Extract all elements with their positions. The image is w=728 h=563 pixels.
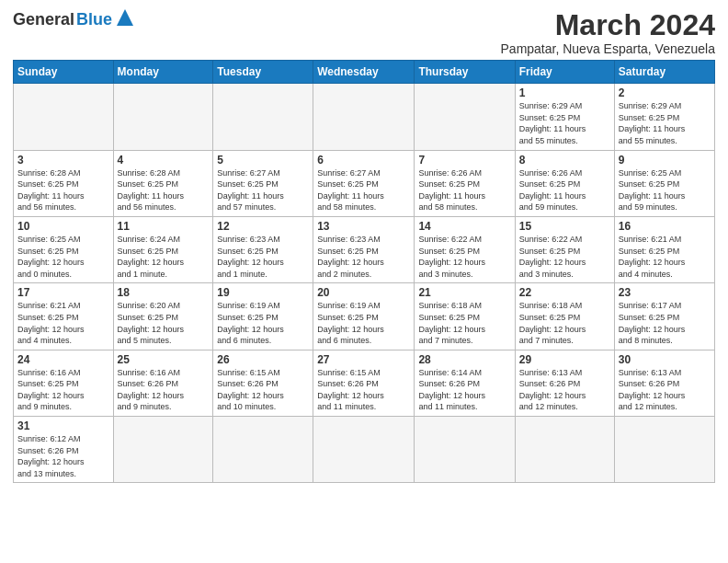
weekday-header: Tuesday [213,61,313,84]
day-number: 20 [317,286,410,299]
calendar-week-row: 10Sunrise: 6:25 AM Sunset: 6:25 PM Dayli… [14,216,715,282]
title-area: March 2024 Pampatar, Nueva Esparta, Vene… [501,9,715,56]
calendar-day-cell [213,84,313,150]
logo-triangle-icon [117,9,133,29]
header: General Blue March 2024 Pampatar, Nueva … [13,9,715,56]
day-info: Sunrise: 6:16 AM Sunset: 6:25 PM Dayligh… [17,367,109,413]
calendar-day-cell: 3Sunrise: 6:28 AM Sunset: 6:25 PM Daylig… [14,150,114,216]
day-info: Sunrise: 6:29 AM Sunset: 6:25 PM Dayligh… [519,100,610,146]
logo: General Blue [13,9,133,29]
day-number: 28 [418,353,510,366]
calendar-day-cell [515,417,614,483]
calendar-day-cell: 26Sunrise: 6:15 AM Sunset: 6:26 PM Dayli… [213,350,313,416]
day-number: 9 [619,154,711,167]
day-number: 23 [619,286,711,299]
calendar-day-cell [113,84,213,150]
day-number: 1 [519,86,610,99]
day-info: Sunrise: 6:29 AM Sunset: 6:25 PM Dayligh… [619,100,711,146]
weekday-header: Sunday [14,61,114,84]
calendar-day-cell [313,84,415,150]
calendar-week-row: 3Sunrise: 6:28 AM Sunset: 6:25 PM Daylig… [14,150,715,216]
calendar-day-cell: 17Sunrise: 6:21 AM Sunset: 6:25 PM Dayli… [14,283,114,350]
logo-text-general: General [13,10,74,29]
calendar-day-cell: 27Sunrise: 6:15 AM Sunset: 6:26 PM Dayli… [313,350,415,416]
day-info: Sunrise: 6:23 AM Sunset: 6:25 PM Dayligh… [317,234,410,280]
calendar-week-row: 1Sunrise: 6:29 AM Sunset: 6:25 PM Daylig… [14,84,715,150]
calendar-day-cell: 30Sunrise: 6:13 AM Sunset: 6:26 PM Dayli… [614,350,714,416]
day-info: Sunrise: 6:25 AM Sunset: 6:25 PM Dayligh… [17,234,109,280]
day-info: Sunrise: 6:13 AM Sunset: 6:26 PM Dayligh… [519,367,610,413]
weekday-header: Saturday [614,61,714,84]
day-number: 22 [519,286,610,299]
calendar-day-cell: 24Sunrise: 6:16 AM Sunset: 6:25 PM Dayli… [14,350,114,416]
calendar-header-row: SundayMondayTuesdayWednesdayThursdayFrid… [14,61,715,84]
calendar-day-cell: 12Sunrise: 6:23 AM Sunset: 6:25 PM Dayli… [213,216,313,282]
calendar-day-cell: 2Sunrise: 6:29 AM Sunset: 6:25 PM Daylig… [614,84,714,150]
calendar-day-cell: 9Sunrise: 6:25 AM Sunset: 6:25 PM Daylig… [614,150,714,216]
day-info: Sunrise: 6:28 AM Sunset: 6:25 PM Dayligh… [17,167,109,213]
calendar-day-cell [313,417,415,483]
weekday-header: Friday [515,61,614,84]
day-number: 14 [418,220,510,233]
day-number: 15 [519,220,610,233]
day-number: 31 [17,419,109,432]
calendar-day-cell: 16Sunrise: 6:21 AM Sunset: 6:25 PM Dayli… [614,216,714,282]
calendar-day-cell: 21Sunrise: 6:18 AM Sunset: 6:25 PM Dayli… [415,283,515,350]
day-info: Sunrise: 6:18 AM Sunset: 6:25 PM Dayligh… [519,300,610,346]
day-number: 10 [17,220,109,233]
day-info: Sunrise: 6:28 AM Sunset: 6:25 PM Dayligh… [118,167,210,213]
day-number: 29 [519,353,610,366]
day-number: 11 [118,220,210,233]
day-info: Sunrise: 6:14 AM Sunset: 6:26 PM Dayligh… [418,367,510,413]
calendar-day-cell: 14Sunrise: 6:22 AM Sunset: 6:25 PM Dayli… [415,216,515,282]
day-number: 3 [17,154,109,167]
day-info: Sunrise: 6:19 AM Sunset: 6:25 PM Dayligh… [217,300,309,346]
day-number: 19 [217,286,309,299]
day-number: 17 [17,286,109,299]
calendar-page: General Blue March 2024 Pampatar, Nueva … [0,0,728,563]
day-info: Sunrise: 6:15 AM Sunset: 6:26 PM Dayligh… [217,367,309,413]
day-info: Sunrise: 6:26 AM Sunset: 6:25 PM Dayligh… [418,167,510,213]
calendar-day-cell: 18Sunrise: 6:20 AM Sunset: 6:25 PM Dayli… [113,283,213,350]
day-number: 25 [118,353,210,366]
day-info: Sunrise: 6:16 AM Sunset: 6:26 PM Dayligh… [118,367,210,413]
day-number: 8 [519,154,610,167]
day-info: Sunrise: 6:15 AM Sunset: 6:26 PM Dayligh… [317,367,410,413]
calendar-day-cell: 6Sunrise: 6:27 AM Sunset: 6:25 PM Daylig… [313,150,415,216]
calendar-day-cell [415,417,515,483]
calendar-day-cell: 25Sunrise: 6:16 AM Sunset: 6:26 PM Dayli… [113,350,213,416]
day-info: Sunrise: 6:22 AM Sunset: 6:25 PM Dayligh… [519,234,610,280]
calendar-week-row: 17Sunrise: 6:21 AM Sunset: 6:25 PM Dayli… [14,283,715,350]
calendar-day-cell: 29Sunrise: 6:13 AM Sunset: 6:26 PM Dayli… [515,350,614,416]
svg-marker-0 [117,9,133,26]
calendar-day-cell: 10Sunrise: 6:25 AM Sunset: 6:25 PM Dayli… [14,216,114,282]
calendar-day-cell [415,84,515,150]
day-info: Sunrise: 6:18 AM Sunset: 6:25 PM Dayligh… [418,300,510,346]
day-number: 12 [217,220,309,233]
day-info: Sunrise: 6:13 AM Sunset: 6:26 PM Dayligh… [619,367,711,413]
calendar-day-cell: 5Sunrise: 6:27 AM Sunset: 6:25 PM Daylig… [213,150,313,216]
day-info: Sunrise: 6:27 AM Sunset: 6:25 PM Dayligh… [217,167,309,213]
day-number: 24 [17,353,109,366]
day-number: 7 [418,154,510,167]
day-info: Sunrise: 6:20 AM Sunset: 6:25 PM Dayligh… [118,300,210,346]
day-info: Sunrise: 6:27 AM Sunset: 6:25 PM Dayligh… [317,167,410,213]
calendar-day-cell: 22Sunrise: 6:18 AM Sunset: 6:25 PM Dayli… [515,283,614,350]
calendar-day-cell [213,417,313,483]
calendar-day-cell: 28Sunrise: 6:14 AM Sunset: 6:26 PM Dayli… [415,350,515,416]
day-info: Sunrise: 6:26 AM Sunset: 6:25 PM Dayligh… [519,167,610,213]
calendar-day-cell: 11Sunrise: 6:24 AM Sunset: 6:25 PM Dayli… [113,216,213,282]
logo-area: General Blue [13,9,133,29]
calendar-day-cell: 8Sunrise: 6:26 AM Sunset: 6:25 PM Daylig… [515,150,614,216]
calendar-table: SundayMondayTuesdayWednesdayThursdayFrid… [13,60,715,483]
calendar-day-cell [614,417,714,483]
day-number: 26 [217,353,309,366]
day-info: Sunrise: 6:12 AM Sunset: 6:26 PM Dayligh… [17,433,109,479]
day-number: 21 [418,286,510,299]
calendar-day-cell: 13Sunrise: 6:23 AM Sunset: 6:25 PM Dayli… [313,216,415,282]
calendar-day-cell: 31Sunrise: 6:12 AM Sunset: 6:26 PM Dayli… [14,417,114,483]
location: Pampatar, Nueva Esparta, Venezuela [501,41,715,56]
day-info: Sunrise: 6:17 AM Sunset: 6:25 PM Dayligh… [619,300,711,346]
day-number: 5 [217,154,309,167]
weekday-header: Wednesday [313,61,415,84]
